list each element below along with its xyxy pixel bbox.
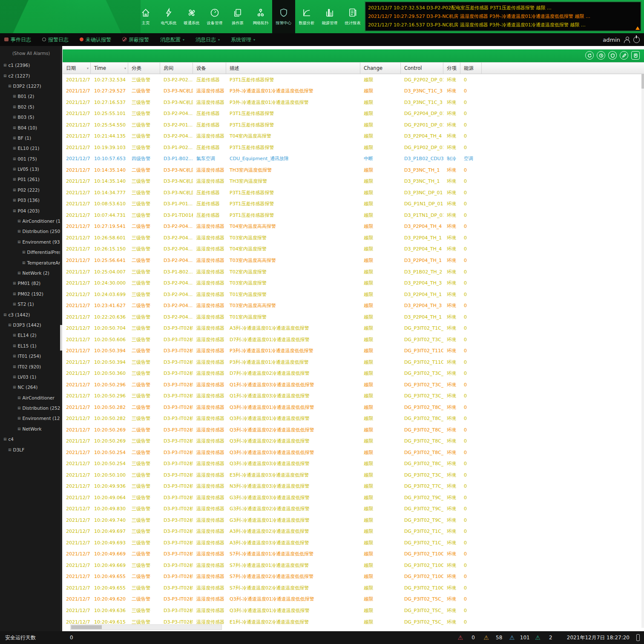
nav-item-10[interactable]: 统计报表: [341, 0, 364, 33]
column-header-5[interactable]: 设备: [193, 63, 226, 74]
nav-item-1[interactable]: 主页: [134, 0, 157, 33]
export-card-icon[interactable]: [631, 51, 640, 60]
expand-icon[interactable]: ⊞: [3, 437, 7, 441]
expand-icon[interactable]: ⊞: [17, 396, 21, 400]
column-header-8[interactable]: Control: [401, 63, 443, 74]
expand-icon[interactable]: ⊞: [3, 63, 7, 67]
clock-icon[interactable]: [597, 51, 605, 60]
tree-item[interactable]: ⊞P02 (222): [0, 185, 62, 195]
expand-icon[interactable]: ⊞: [13, 136, 16, 140]
menu-item-1[interactable]: 事件日志: [4, 36, 31, 43]
table-row[interactable]: 2021/12/710:20:50.704三级告警D3-P3-IT02机房温湿度…: [63, 322, 644, 334]
column-header-7[interactable]: Change: [360, 63, 401, 74]
expand-icon[interactable]: ⊞: [13, 167, 16, 171]
logout-power-icon[interactable]: [633, 37, 640, 43]
expand-icon[interactable]: ⊞: [17, 271, 21, 275]
expand-icon[interactable]: ⊞: [13, 177, 16, 181]
nav-item-9[interactable]: 能源管理: [318, 0, 341, 33]
table-vertical-scrollbar[interactable]: [641, 74, 644, 628]
table-row[interactable]: 2021/12/710:24:03.699三级告警D3-P2-P04...温湿度…: [63, 289, 644, 300]
table-row[interactable]: 2021/12/710:25:54.550三级告警D3-P2-P01...压差传…: [63, 119, 644, 131]
tree-item[interactable]: ⊞P01 (261): [0, 174, 62, 184]
expand-icon[interactable]: ⊞: [13, 385, 16, 389]
table-row[interactable]: 2021/12/710:20:50.296三级告警D3-P3-IT02机房温湿度…: [63, 390, 644, 402]
tree-scrollbar[interactable]: [60, 46, 62, 631]
table-row[interactable]: 2021/12/710:20:49.620二级告警D3-P3-IT02机房温湿度…: [63, 594, 644, 605]
table-row[interactable]: 2021/12/710:27:29.527二级告警D3-P3-NC机房温湿度传感…: [63, 86, 644, 97]
column-header-10[interactable]: 能源: [460, 63, 482, 74]
tree-item[interactable]: ⊞LV05 (13): [0, 164, 62, 174]
expand-icon[interactable]: ⊞: [17, 219, 21, 223]
table-row[interactable]: 2021/12/710:14:35.140三级告警D3-P3-NC机房温湿度传感…: [63, 176, 644, 187]
tree-item[interactable]: ⊞PM02 (192): [0, 289, 62, 299]
tree-item[interactable]: ⊞P03 (136): [0, 195, 62, 205]
expand-icon[interactable]: ⊞: [17, 427, 21, 431]
expand-icon[interactable]: ⊞: [13, 94, 16, 98]
tree-item[interactable]: ⊞c1 (2396): [0, 60, 62, 70]
table-row[interactable]: 2021/12/710:20:49.669二级告警D3-P3-IT02机房温湿度…: [63, 549, 644, 560]
tree-item[interactable]: ⊞B02 (5): [0, 102, 62, 112]
table-row[interactable]: 2021/12/710:26:15.150三级告警D3-P2-P04...温湿度…: [63, 244, 644, 255]
nav-item-3[interactable]: 暖通系统: [180, 0, 203, 33]
expand-icon[interactable]: ⊞: [13, 209, 16, 213]
expand-icon[interactable]: ⊞: [22, 261, 26, 265]
table-row[interactable]: 2021/12/710:20:49.636三级告警D3-P3-IT02机房温湿度…: [63, 605, 644, 616]
expand-icon[interactable]: ⊞: [13, 188, 16, 192]
tree-item[interactable]: ⊞Distribution (250): [0, 226, 62, 236]
column-header-6[interactable]: 描述: [226, 63, 360, 74]
tree-item[interactable]: ⊞D3P3 (1442): [0, 320, 62, 330]
tree-item[interactable]: ⊞c3 (1442): [0, 309, 62, 319]
nav-item-4[interactable]: 设备管理: [203, 0, 226, 33]
expand-icon[interactable]: ⊞: [13, 115, 16, 119]
expand-icon[interactable]: ⊞: [17, 406, 21, 410]
tree-item[interactable]: ⊞ST2 (1): [0, 299, 62, 309]
expand-icon[interactable]: ⊞: [8, 84, 12, 88]
expand-icon[interactable]: ⊞: [13, 105, 16, 109]
table-row[interactable]: 2021/12/710:20:50.269二级告警D3-P3-IT02机房温湿度…: [63, 424, 644, 436]
expand-icon[interactable]: ⊞: [13, 157, 16, 161]
table-vscroll-thumb[interactable]: [641, 74, 644, 89]
shield-filter-icon[interactable]: [608, 51, 617, 60]
expand-icon[interactable]: ⊞: [13, 344, 16, 348]
column-header-9[interactable]: 分项: [443, 63, 460, 74]
expand-icon[interactable]: ⊞: [22, 250, 26, 254]
tree-item[interactable]: ⊞EL10 (21): [0, 143, 62, 153]
expand-icon[interactable]: ⊞: [17, 229, 21, 233]
table-row[interactable]: 2021/12/710:19:39.103三级告警D3-P1-P02...压差传…: [63, 142, 644, 153]
tree-item[interactable]: ⊞c4: [0, 434, 62, 444]
expand-icon[interactable]: ⊞: [8, 448, 12, 452]
user-icon[interactable]: [624, 37, 630, 43]
table-row[interactable]: 2021/12/710:20:49.655三级告警D3-P3-IT02机房温湿度…: [63, 582, 644, 594]
ticker-scroll-icon[interactable]: [635, 26, 640, 30]
menu-item-4[interactable]: 屏蔽报警: [122, 36, 149, 43]
table-row[interactable]: 2021/12/710:25:55.101三级告警D3-P2-P04...压差传…: [63, 108, 644, 120]
tree-item[interactable]: ⊞B03 (5): [0, 112, 62, 122]
tree-item[interactable]: ⊞BF (1): [0, 133, 62, 143]
tree-item[interactable]: ⊞AirConditioner (10): [0, 216, 62, 226]
expand-icon[interactable]: ⊞: [13, 198, 16, 202]
table-row[interactable]: 2021/12/710:21:44.135三级告警D3-P2-P04...温湿度…: [63, 131, 644, 142]
table-row[interactable]: 2021/12/710:14:34.777三级告警D3-P3-NC机房压差传感器…: [63, 187, 644, 198]
tree-item[interactable]: ⊞PM01 (82): [0, 278, 62, 288]
table-row[interactable]: 2021/12/710:20:49.655二级告警D3-P3-IT02机房温湿度…: [63, 571, 644, 583]
nav-item-8[interactable]: 数据分析: [295, 0, 318, 33]
menu-item-5[interactable]: 消息配置▾: [160, 36, 184, 43]
table-row[interactable]: 2021/12/710:20:49.740三级告警D3-P3-IT02机房温湿度…: [63, 515, 644, 526]
table-row[interactable]: 2021/12/710:20:50.254二级告警D3-P3-IT02机房温湿度…: [63, 447, 644, 458]
expand-icon[interactable]: ⊞: [13, 281, 16, 285]
table-row[interactable]: 2021/12/710:20:50.360三级告警D3-P3-IT02机房温湿度…: [63, 368, 644, 379]
table-row[interactable]: 2021/12/710:20:50.394三级告警D3-P3-IT02机房温湿度…: [63, 356, 644, 368]
table-row[interactable]: 2021/12/710:25:04.007三级告警D3-P1-B02...温湿度…: [63, 266, 644, 278]
tree-item[interactable]: ⊞P04 (203): [0, 205, 62, 216]
menu-item-7[interactable]: 系统管理▾: [231, 36, 255, 43]
expand-icon[interactable]: ⊞: [13, 365, 16, 369]
tree-item[interactable]: ⊞B04 (10): [0, 122, 62, 132]
table-row[interactable]: 2021/12/710:20:49.830三级告警D3-P3-IT02机房温湿度…: [63, 503, 644, 515]
tree-item[interactable]: ⊞AirConditioner: [0, 393, 62, 403]
nav-item-6[interactable]: 网络拓扑: [249, 0, 272, 33]
expand-icon[interactable]: ⊞: [13, 126, 16, 130]
tree-item[interactable]: ⊞IT02 (920): [0, 361, 62, 371]
expand-icon[interactable]: ⊞: [3, 74, 7, 78]
expand-icon[interactable]: ⊞: [3, 313, 7, 317]
table-row[interactable]: 2021/12/710:25:56.641二级告警D3-P2-P04...温湿度…: [63, 255, 644, 266]
